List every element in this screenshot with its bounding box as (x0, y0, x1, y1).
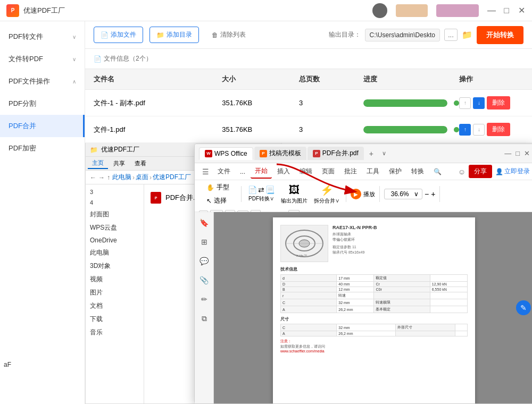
new-tab-button[interactable]: + (365, 147, 378, 160)
pdf-convert-button[interactable]: 📄 ⇄ 📃 PDF转换∨ (246, 184, 277, 204)
thumbnail-icon[interactable]: ⊞ (198, 235, 211, 248)
sidebar-item-pdf-split[interactable]: PDF分割 (0, 92, 85, 115)
breadcrumb-desktop[interactable]: 桌面 (136, 173, 148, 182)
explorer-tab-share[interactable]: 共享 (109, 158, 129, 169)
wps-menu-comment[interactable]: 批注 (340, 165, 361, 178)
wps-close-button[interactable]: ✕ (524, 149, 530, 157)
export-image-button[interactable]: 🖼 输出为图片 (279, 183, 310, 206)
explorer-left-item-3d[interactable]: 3D对象 (86, 259, 144, 273)
hand-tool-button[interactable]: ✋ 手型 (202, 181, 234, 193)
zoom-dropdown-icon[interactable]: ∨ (414, 190, 419, 198)
add-file-button[interactable]: 📄 添加文件 (94, 27, 143, 43)
wps-menu-file[interactable]: 文件 (213, 165, 235, 178)
clear-list-button[interactable]: 🗑 清除列表 (205, 27, 252, 43)
zoom-out-button[interactable]: − (425, 190, 429, 198)
wps-tab-find[interactable]: P 找稿壳模板 (254, 147, 306, 160)
add-file-icon: 📄 (101, 31, 109, 39)
sidebar-item-pdf-operations[interactable]: PDF文件操作 ∧ (0, 70, 85, 92)
explorer-left-item-pc[interactable]: 此电脑 (86, 246, 144, 259)
app-icon-text: P (11, 7, 15, 13)
sidebar-item-pdf-encrypt[interactable]: PDF加密 (0, 137, 85, 159)
col-header-size: 大小 (222, 74, 299, 84)
move-down-button-2[interactable]: ↓ (473, 124, 485, 136)
wps-minimize-button[interactable]: — (504, 149, 511, 157)
sidebar-item-pdf-merge[interactable]: PDF合并 (0, 115, 85, 137)
tab-more-button[interactable]: ∨ (379, 148, 389, 159)
explorer-tab-main[interactable]: 主页 (88, 158, 108, 169)
wps-maximize-button[interactable]: □ (516, 149, 520, 157)
progress-dot-2 (454, 127, 459, 132)
delete-button-1[interactable]: 删除 (487, 96, 510, 110)
comment-side-icon[interactable]: 💬 (198, 255, 211, 267)
col-header-action: 操作 (459, 74, 523, 84)
nav-up-icon[interactable]: ↑ (107, 174, 110, 181)
split-merge-button[interactable]: ⚡ 拆分合并∨ (312, 182, 342, 206)
add-dir-button[interactable]: 📁 添加目录 (149, 27, 199, 43)
wps-menu-protect[interactable]: 保护 (385, 165, 406, 178)
minimize-button[interactable]: — (487, 6, 496, 15)
wps-title-bar: W WPS Office P 找稿壳模板 P PDF合并.pdf + ∨ — □… (195, 144, 532, 163)
start-convert-button[interactable]: 开始转换 (477, 26, 523, 44)
select-tool-button[interactable]: ↖ 选择 (202, 195, 234, 207)
sidebar-item-file-to-pdf[interactable]: 文件转PDF ∨ (0, 48, 85, 70)
breadcrumb-folder[interactable]: 优速PDF工厂 (153, 173, 191, 182)
explorer-left-item-images[interactable]: 图片 (86, 286, 144, 299)
file-info-bar: 📄 文件信息（2个） (85, 49, 532, 69)
explorer-left-item-3[interactable]: 3 (86, 187, 144, 197)
close-button[interactable]: ✕ (517, 5, 526, 15)
wps-menu-start[interactable]: 开始 (251, 164, 272, 179)
attachment-icon[interactable]: 📎 (198, 274, 211, 287)
explorer-left-item-4[interactable]: 4 (86, 197, 144, 208)
wps-menu-insert[interactable]: 插入 (273, 165, 294, 178)
wps-login-button[interactable]: 👤 立即登录 (495, 167, 530, 176)
wps-menu-page[interactable]: 页面 (318, 165, 339, 178)
layers-icon[interactable]: ⧉ (198, 312, 211, 325)
param-label-c2: C (281, 299, 337, 306)
pdf-convert-label: PDF转换∨ (248, 195, 274, 203)
nav-forward-icon[interactable]: → (98, 174, 105, 181)
explorer-left-item-cover[interactable]: 封面图 (86, 208, 144, 221)
play-button[interactable]: ▶ 播放 (351, 189, 375, 199)
nav-back-icon[interactable]: ← (90, 174, 96, 181)
play-icon: ▶ (351, 189, 361, 199)
zoom-in-button[interactable]: + (431, 190, 435, 198)
explorer-left-item-docs[interactable]: 文档 (86, 299, 144, 313)
sidebar-item-pdf-to-file[interactable]: PDF转文件 ∨ (0, 26, 85, 48)
explorer-left-item-onedrive[interactable]: OneDrive (86, 234, 144, 246)
wps-menu-edit[interactable]: 编辑 (295, 165, 317, 178)
param-val-g (430, 275, 467, 282)
wps-share-button[interactable]: 分享 (469, 165, 492, 178)
maximize-button[interactable]: □ (502, 6, 511, 15)
wps-tab-office[interactable]: W WPS Office (199, 147, 253, 160)
wps-menu-ellipsis[interactable]: ... (236, 166, 250, 178)
explorer-left-item-music[interactable]: 音乐 (86, 326, 144, 339)
wps-smiley-icon[interactable]: ☺ (458, 167, 466, 176)
explorer-left-item-wps[interactable]: WPS云盘 (86, 221, 144, 234)
move-up-button-1[interactable]: ↑ (459, 97, 471, 109)
pdf-convert-icons: 📄 ⇄ 📃 (248, 186, 275, 194)
table-row-3: B 12 mm C0r 6,550 kN (281, 287, 468, 292)
zoom-input[interactable] (388, 190, 412, 198)
wps-menu-convert[interactable]: 转换 (407, 165, 428, 178)
zoom-control[interactable]: ∨ (384, 189, 422, 199)
file-info-text: 文件信息（2个） (104, 54, 152, 63)
dots-button[interactable]: ... (444, 29, 458, 41)
move-up-button-2[interactable]: ↑ (459, 124, 471, 136)
title-bar-right: — □ ✕ (372, 3, 526, 18)
move-down-button-1[interactable]: ↓ (473, 97, 485, 109)
wps-tab-pdf[interactable]: P PDF合并.pdf (307, 147, 364, 160)
wps-right-action-button[interactable]: ✎ (516, 300, 531, 315)
bookmark-icon[interactable]: 🔖 (198, 216, 211, 229)
explorer-tab-view[interactable]: 查看 (130, 158, 151, 169)
explorer-left-item-video[interactable]: 视频 (86, 273, 144, 286)
signature-icon[interactable]: ✏ (198, 293, 211, 306)
explorer-left-item-downloads[interactable]: 下载 (86, 313, 144, 326)
size-label-3 (395, 331, 455, 336)
delete-button-2[interactable]: 删除 (487, 123, 510, 136)
breadcrumb-pc[interactable]: 此电脑 (112, 173, 131, 182)
wps-menu-icon[interactable]: ☰ (199, 167, 212, 176)
folder-button[interactable]: 📁 (462, 30, 472, 40)
chevron-icon: ∨ (72, 34, 76, 40)
wps-menu-search[interactable]: 🔍 (429, 166, 446, 178)
wps-menu-tools[interactable]: 工具 (362, 165, 384, 178)
